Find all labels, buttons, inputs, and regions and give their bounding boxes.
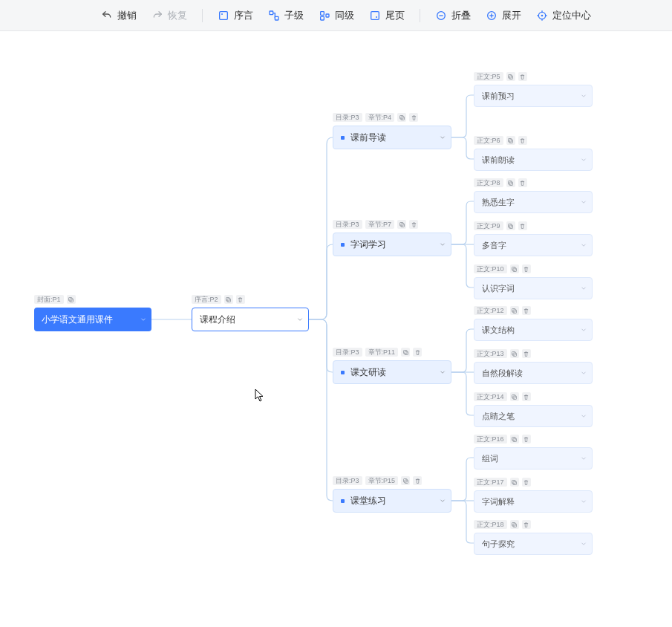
tag: 目录:P3 [333, 220, 362, 230]
delete-icon[interactable] [518, 72, 527, 81]
node-l4-4[interactable]: 正文:P10 认识字词 [474, 264, 593, 299]
delete-icon[interactable] [518, 221, 527, 230]
separator [420, 9, 420, 22]
copy-icon[interactable] [397, 220, 406, 229]
node-l4-1[interactable]: 正文:P6 课前朗读 [474, 135, 593, 171]
delete-icon[interactable] [522, 306, 531, 315]
svg-rect-53 [512, 522, 516, 526]
delete-icon[interactable] [522, 478, 531, 487]
node-l2[interactable]: 序言:P2 课程介绍 [192, 294, 309, 331]
copy-icon[interactable] [506, 178, 515, 187]
root-card[interactable]: 小学语文通用课件 [34, 308, 151, 331]
copy-icon[interactable] [67, 295, 76, 304]
svg-rect-44 [513, 353, 517, 357]
node-l3-0[interactable]: 目录:P3 章节:P4 课前导读 [333, 112, 451, 149]
node-l4-10[interactable]: 正文:P18 句子探究 [474, 519, 593, 555]
preface-button[interactable]: 序言 [212, 5, 259, 26]
copy-icon[interactable] [510, 392, 519, 401]
l3-card[interactable]: 课堂练习 [333, 489, 451, 513]
svg-rect-21 [69, 297, 73, 301]
l4-card[interactable]: 自然段解读 [474, 362, 593, 384]
copy-icon[interactable] [224, 295, 233, 304]
delete-icon[interactable] [409, 113, 418, 122]
tag: 章节:P11 [365, 348, 399, 357]
svg-rect-7 [371, 11, 379, 19]
copy-icon[interactable] [510, 264, 519, 273]
delete-icon[interactable] [236, 295, 245, 304]
copy-icon[interactable] [510, 520, 519, 529]
delete-icon[interactable] [522, 264, 531, 273]
copy-icon[interactable] [510, 306, 519, 315]
l3-card[interactable]: 课前导读 [333, 126, 451, 149]
l3-label: 课前导读 [350, 131, 386, 144]
chevron-down-icon [580, 285, 587, 292]
locate-center-button[interactable]: 定位中心 [530, 5, 597, 26]
node-l4-7[interactable]: 正文:P14 点睛之笔 [474, 392, 593, 427]
svg-rect-6 [326, 14, 329, 17]
node-l3-3[interactable]: 目录:P3 章节:P15 课堂练习 [333, 475, 451, 513]
l4-card[interactable]: 课前预习 [474, 85, 593, 107]
node-l4-6[interactable]: 正文:P13 自然段解读 [474, 348, 593, 384]
copy-icon[interactable] [401, 348, 410, 357]
delete-icon[interactable] [518, 136, 527, 145]
node-root[interactable]: 封面:P1 小学语文通用课件 [34, 294, 151, 331]
copy-icon[interactable] [506, 72, 515, 81]
chevron-down-icon [439, 497, 446, 504]
delete-icon[interactable] [413, 476, 422, 485]
svg-rect-40 [513, 268, 517, 272]
collapse-button[interactable]: 折叠 [429, 5, 477, 26]
chevron-down-icon [439, 134, 446, 141]
l4-card[interactable]: 认识字词 [474, 277, 593, 299]
copy-icon[interactable] [510, 435, 519, 444]
l3-card[interactable]: 课文研读 [333, 360, 451, 384]
l4-card[interactable]: 多音字 [474, 234, 593, 256]
l4-card[interactable]: 课文结构 [474, 319, 593, 341]
l4-card[interactable]: 课前朗读 [474, 149, 593, 171]
end-page-label: 尾页 [385, 9, 405, 22]
l4-label: 字词解释 [482, 496, 515, 507]
tag: 章节:P15 [365, 476, 399, 486]
delete-icon[interactable] [522, 392, 531, 401]
node-l4-0[interactable]: 正文:P5 课前预习 [474, 71, 593, 107]
l4-card[interactable]: 熟悉生字 [474, 191, 593, 213]
node-l4-2[interactable]: 正文:P8 熟悉生字 [474, 178, 593, 213]
sibling-level-button[interactable]: 同级 [313, 5, 360, 26]
node-l4-5[interactable]: 正文:P12 课文结构 [474, 305, 593, 341]
l2-card[interactable]: 课程介绍 [192, 308, 309, 331]
node-l4-3[interactable]: 正文:P9 多音字 [474, 221, 593, 256]
node-l3-2[interactable]: 目录:P3 章节:P11 课文研读 [333, 347, 451, 384]
copy-icon[interactable] [510, 349, 519, 358]
l4-card[interactable]: 点睛之笔 [474, 405, 593, 427]
delete-icon[interactable] [522, 435, 531, 444]
copy-icon[interactable] [506, 221, 515, 230]
delete-icon[interactable] [518, 178, 527, 187]
copy-icon[interactable] [510, 478, 519, 487]
node-l4-8[interactable]: 正文:P16 组词 [474, 434, 593, 470]
delete-icon[interactable] [409, 220, 418, 229]
l4-card[interactable]: 字词解释 [474, 490, 593, 513]
expand-button[interactable]: 展开 [480, 5, 527, 26]
bullet-icon [341, 243, 345, 247]
l3-card[interactable]: 字词学习 [333, 233, 451, 256]
child-level-button[interactable]: 子级 [262, 5, 310, 26]
chevron-down-icon [580, 92, 587, 100]
svg-rect-2 [270, 11, 273, 15]
tag: 正文:P13 [474, 349, 507, 359]
delete-icon[interactable] [522, 520, 531, 529]
l4-card[interactable]: 句子探究 [474, 533, 593, 555]
copy-icon[interactable] [397, 113, 406, 122]
l4-label: 课前预习 [482, 91, 515, 102]
l4-card[interactable]: 组词 [474, 447, 593, 470]
end-page-button[interactable]: 尾页 [363, 5, 411, 26]
chevron-down-icon [580, 241, 587, 249]
delete-icon[interactable] [413, 348, 422, 357]
node-l4-9[interactable]: 正文:P17 字词解释 [474, 477, 593, 513]
node-l3-1[interactable]: 目录:P3 章节:P7 字词学习 [333, 219, 451, 256]
svg-rect-35 [509, 138, 512, 142]
delete-icon[interactable] [522, 349, 531, 358]
mindmap-canvas[interactable]: 封面:P1 小学语文通用课件 序言:P2 课程介绍 目录:P3 章节:P4 课前… [0, 31, 672, 627]
chevron-down-icon [580, 156, 587, 163]
copy-icon[interactable] [506, 136, 515, 145]
copy-icon[interactable] [401, 476, 410, 485]
undo-button[interactable]: 撤销 [95, 5, 143, 26]
